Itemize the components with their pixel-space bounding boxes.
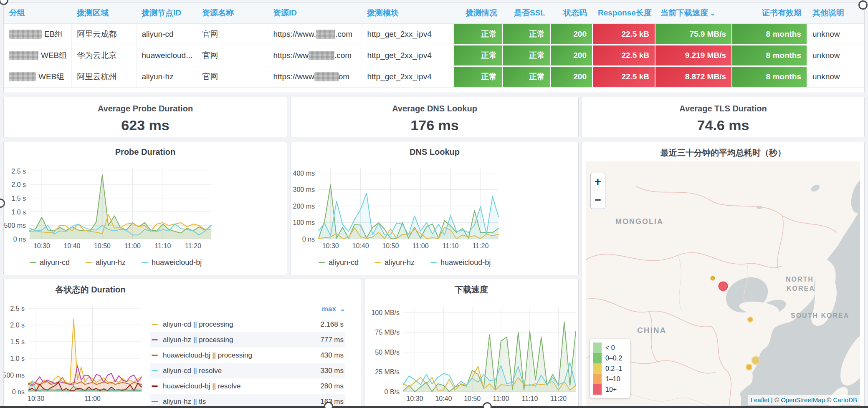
svg-text:11:10: 11:10 [155, 242, 171, 249]
redacted-text [316, 30, 335, 39]
col-header-response-length[interactable]: Response长度 [592, 3, 655, 23]
col-header-module[interactable]: 拨测模块 [362, 3, 453, 23]
legend-table-row[interactable]: aliyun-hz || processing777 ms [150, 332, 345, 348]
probe-table-panel: 分组 拨测区域 拨测节点ID 资源名称 资源ID 拨测模块 拨测情况 是否SSL… [3, 2, 865, 93]
resource-id-cell: https://www..com [268, 23, 362, 45]
map-label-mongolia: MONGOLIA [615, 217, 663, 226]
svg-text:25 MB/s: 25 MB/s [375, 368, 400, 375]
leaflet-map[interactable]: MONGOLIA CHINA NORTH KOREA SOUTH KOREA +… [586, 161, 860, 408]
svg-text:300 ms: 300 ms [293, 186, 315, 193]
col-header-cert-validity[interactable]: 证书有效期 [732, 3, 807, 23]
svg-text:0 ns: 0 ns [13, 236, 26, 243]
svg-text:0 ns: 0 ns [12, 388, 25, 395]
download-speed-cell: 8.872 MB/s [655, 67, 731, 87]
map-probe-dot[interactable] [719, 282, 728, 291]
map-probe-dot[interactable] [711, 277, 715, 280]
col-header-resource-name[interactable]: 资源名称 [197, 3, 268, 23]
legend-series-name: huaweicloud-bj || processing [163, 351, 320, 360]
sort-chevron-down-icon: ⌄ [340, 305, 345, 312]
svg-text:11:20: 11:20 [472, 242, 488, 249]
dns-lookup-panel: DNS Lookup 10:3010:4010:5011:0011:1011:2… [291, 142, 579, 275]
legend-series-marker [152, 339, 158, 340]
download-speed-cell: 9.219 MB/s [655, 45, 731, 65]
probe-status-cell: 正常 [454, 45, 503, 65]
legend-series-marker [152, 401, 158, 402]
col-header-group[interactable]: 分组 [4, 3, 71, 23]
leaflet-link[interactable]: Leaflet [751, 396, 769, 403]
probe-status-cell: 正常 [454, 67, 503, 87]
probe-duration-panel: Probe Duration 10:3010:4010:5011:0011:10… [3, 142, 287, 275]
chart-legend[interactable]: aliyun-cdaliyun-hzhuaweicloud-bj [30, 258, 202, 267]
module-cell: http_get_2xx_ipv4 [362, 66, 453, 87]
svg-text:2.5 s: 2.5 s [10, 305, 25, 312]
probe-duration-chart[interactable]: 10:3010:4010:5011:0011:1011:200 ns500 ms… [4, 142, 287, 275]
map-panel: 最近三十分钟的平均总耗时（秒） [582, 142, 865, 408]
legend-series-marker [152, 385, 158, 387]
legend-sort-header[interactable]: max ⌄ [150, 305, 345, 317]
map-probe-dot[interactable] [746, 364, 752, 370]
svg-text:11:00: 11:00 [493, 395, 509, 402]
redacted-text [9, 72, 36, 81]
map-legend-row: 10+ [593, 384, 627, 395]
legend-table-row[interactable]: huaweicloud-bj || resolve280 ms [150, 378, 345, 394]
svg-text:500 ms: 500 ms [4, 372, 25, 379]
table-row: WEB组 阿里云杭州 aliyun-hz 官网 https://wwwom ht… [4, 66, 864, 87]
col-header-ssl[interactable]: 是否SSL [503, 3, 551, 23]
svg-text:2.5 s: 2.5 s [11, 168, 26, 175]
redacted-text [9, 30, 42, 39]
svg-text:10:30: 10:30 [28, 395, 44, 402]
legend-series-max-value: 2.168 s [320, 320, 344, 329]
stat-value: 623 ms [4, 117, 287, 133]
dashboard: 分组 拨测区域 拨测节点ID 资源名称 资源ID 拨测模块 拨测情况 是否SSL… [0, 0, 868, 408]
legend-item[interactable]: huaweicloud-bj [430, 258, 491, 267]
cartodb-link[interactable]: CartoDB [833, 396, 857, 403]
legend-item[interactable]: aliyun-hz [86, 258, 126, 267]
legend-series-max-value: 330 ms [320, 367, 344, 375]
legend-item[interactable]: aliyun-cd [319, 258, 359, 267]
svg-text:11:10: 11:10 [443, 242, 459, 249]
col-header-node-id[interactable]: 拨测节点ID [136, 3, 197, 23]
legend-table-row[interactable]: aliyun-cd || processing2.168 s [150, 317, 345, 332]
svg-text:75 MB/s: 75 MB/s [375, 329, 400, 336]
col-header-region[interactable]: 拨测区域 [71, 3, 136, 23]
svg-text:10:40: 10:40 [352, 242, 369, 249]
col-header-status-code[interactable]: 状态码 [551, 3, 592, 23]
node-id-cell: aliyun-hz [136, 66, 197, 87]
col-header-other-notes[interactable]: 其他说明 [807, 3, 864, 23]
map-attribution: Leaflet | © OpenStreetMap © CartoDB [748, 395, 860, 405]
map-legend-label: 1–10 [605, 375, 620, 383]
legend-table-row[interactable]: huaweicloud-bj || processing430 ms [150, 348, 345, 363]
legend-series-marker [30, 262, 36, 263]
stat-title: Average TLS Duration [582, 104, 864, 113]
stat-panel-tls-duration: Average TLS Duration 74.6 ms [582, 97, 865, 137]
zoom-out-button[interactable]: − [591, 191, 605, 209]
svg-text:11:00: 11:00 [124, 242, 141, 249]
dns-lookup-chart[interactable]: 10:3010:4010:5011:0011:1011:200 ns100 ms… [291, 142, 578, 275]
openstreetmap-link[interactable]: OpenStreetMap [781, 396, 825, 403]
download-speed-chart[interactable]: 10:3010:4010:5011:0011:1011:200 B/s25 MB… [364, 279, 578, 408]
svg-text:200 ms: 200 ms [293, 203, 315, 210]
legend-item[interactable]: aliyun-cd [30, 258, 70, 267]
chart-legend[interactable]: aliyun-cdaliyun-hzhuaweicloud-bj [319, 258, 491, 267]
col-header-download-speed[interactable]: 当前下载速度⌄ [655, 3, 732, 23]
ssl-status-cell: 正常 [503, 67, 550, 87]
redacted-text [314, 72, 339, 81]
legend-table-row[interactable]: aliyun-cd || resolve330 ms [150, 363, 345, 378]
status-code-cell: 200 [551, 45, 592, 65]
svg-text:10:50: 10:50 [382, 242, 399, 249]
map-label-north-korea: KOREA [787, 285, 815, 292]
legend-item[interactable]: huaweicloud-bj [142, 258, 202, 267]
legend-item[interactable]: aliyun-hz [375, 258, 415, 267]
zoom-in-button[interactable]: + [591, 173, 605, 191]
col-header-resource-id[interactable]: 资源ID [268, 3, 362, 23]
module-cell: http_get_2xx_ipv4 [362, 45, 453, 66]
svg-text:11:20: 11:20 [185, 242, 201, 249]
ring-artifact [858, 0, 868, 10]
node-id-cell: aliyun-cd [136, 23, 197, 45]
map-probe-dot[interactable] [748, 317, 753, 322]
cert-validity-cell: 8 months [732, 24, 807, 44]
legend-series-marker [152, 324, 158, 325]
svg-text:10:30: 10:30 [322, 242, 339, 249]
col-header-probe-status[interactable]: 拨测情况 [453, 3, 503, 23]
map-probe-dot[interactable] [752, 357, 760, 365]
